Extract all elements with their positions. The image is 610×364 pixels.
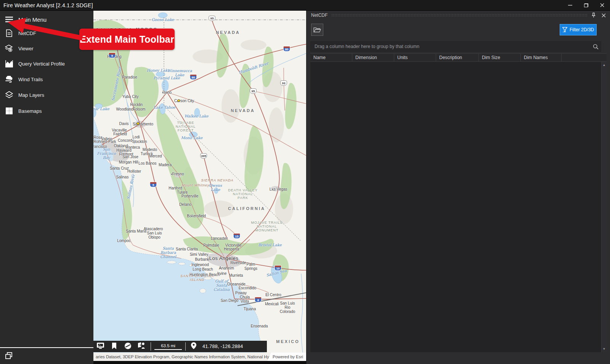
map-label: Mount Whitney <box>181 184 209 188</box>
map-label: Escondido <box>239 286 257 290</box>
table-header-row: Name Dimension Units Description Dim Siz… <box>310 53 607 62</box>
map-label: Hanford <box>169 186 182 190</box>
map-label: Hollister <box>127 169 141 173</box>
basemap-grid-icon <box>5 106 14 115</box>
map-label: Mono Lake <box>181 136 202 140</box>
restore-button[interactable] <box>578 0 594 10</box>
map-label: Davis <box>119 122 128 126</box>
capital-city-dot <box>137 122 140 125</box>
sidebar-item-query-vertical-profile[interactable]: Query Vertical Profile <box>0 58 93 69</box>
column-header-description[interactable]: Description <box>436 54 479 61</box>
interstate-shield: 15 <box>233 233 241 239</box>
bookmarks-button[interactable] <box>107 341 121 352</box>
map-label: Vallejo <box>101 137 112 141</box>
map-label: Burbank <box>195 257 209 261</box>
map-label: Winnemucca Lake <box>167 69 192 77</box>
map-label: Madera <box>159 163 172 167</box>
locator-button[interactable] <box>135 341 148 352</box>
toolbar-divider <box>185 342 186 351</box>
column-header-name[interactable]: Name <box>310 54 352 61</box>
map-label: Murrieta <box>229 273 243 277</box>
area-chart-icon <box>5 59 14 68</box>
map-labels: CALIFORNIAMODOCNEVADANEVADACALIFORNIAMEX… <box>93 11 306 353</box>
map-label: Sacramento River <box>111 66 122 101</box>
sidebar-item-label: Query Vertical Profile <box>18 61 65 67</box>
cursor-coordinates: 41.788, -126.2884 <box>202 344 243 349</box>
map-label: Tulare <box>177 190 188 194</box>
layers-icon <box>5 90 14 99</box>
scale-label: 63.5 mi <box>161 343 175 348</box>
map-label: NEVADA <box>216 30 240 35</box>
map-label: Pyramid Lake <box>153 76 180 80</box>
screen-capture-button[interactable] <box>93 341 107 352</box>
interstate-shield: 80 <box>283 46 291 52</box>
map-toolbar: 63.5 mi 41.788, -126.2884 <box>93 341 267 352</box>
map-label: Folsom <box>133 107 146 111</box>
map-label: Rocklin <box>130 103 143 107</box>
cascade-windows-icon[interactable] <box>5 352 13 359</box>
open-file-button[interactable] <box>311 24 323 36</box>
city-dot <box>224 300 226 302</box>
scroll-down-arrow[interactable]: ▼ <box>603 346 606 352</box>
column-header-dimension[interactable]: Dimension <box>352 54 394 61</box>
map-label: Bakersfield <box>187 214 205 218</box>
minimize-button[interactable] <box>562 0 578 10</box>
map-label: SIERRA NEVADA <box>201 179 233 183</box>
interstate-shield: 8 <box>255 297 262 303</box>
map-label: CALIFORNIA <box>228 206 265 211</box>
map-label: San Jose <box>122 155 138 159</box>
us-highway-shield: 95 <box>250 88 257 94</box>
scale-bar: 63.5 mi <box>153 343 183 350</box>
map-label: Salinas River <box>126 174 136 200</box>
group-by-bar[interactable]: Drag a column header here to group by th… <box>310 41 601 52</box>
map-label: Rohnert Park <box>94 140 116 144</box>
sidebar-item-basemaps[interactable]: Basemaps <box>0 105 93 117</box>
filter-2d3d-button[interactable]: Filter 2D/3D <box>560 24 597 35</box>
map-label: Redding <box>107 55 121 59</box>
interstate-shield: 10 <box>274 265 282 271</box>
map-label: TOIYABE NATIONAL FOREST <box>176 121 196 133</box>
map-canvas[interactable]: CALIFORNIAMODOCNEVADANEVADACALIFORNIAMEX… <box>93 11 306 353</box>
column-header-filler <box>562 54 607 61</box>
main-menu-label: Main Menu <box>18 16 47 23</box>
map-label: Palmdale <box>203 243 219 247</box>
sidebar-item-map-layers[interactable]: Map Layers <box>0 89 93 101</box>
pin-icon <box>591 13 596 18</box>
map-label: San Luis Obispo <box>147 231 162 239</box>
table-body-empty[interactable]: ▲ ▼ <box>310 62 607 352</box>
column-header-dim-size[interactable]: Dim Size <box>479 54 521 61</box>
map-label: Atascadero <box>144 227 163 231</box>
city-dot <box>265 303 267 305</box>
filter-button-label: Filter 2D/3D <box>570 27 594 32</box>
map-label: Francisco <box>93 144 107 149</box>
close-button[interactable] <box>594 0 610 10</box>
panel-header[interactable]: NetCDF <box>307 11 610 20</box>
sidebar-item-wind-trails[interactable]: Wind Trails <box>0 74 93 85</box>
column-header-units[interactable]: Units <box>394 54 436 61</box>
interstate-shield: 5 <box>150 182 157 188</box>
map-label: San Luis Rio Colorado <box>280 301 295 314</box>
map-label: Poway <box>235 291 247 295</box>
map-container: CALIFORNIAMODOCNEVADANEVADACALIFORNIAMEX… <box>93 11 306 364</box>
map-label: Chula Vista <box>240 295 250 303</box>
map-label: Santa Cruz <box>110 166 129 170</box>
map-label: SANTA CATALINA ISLAND <box>180 274 214 282</box>
compass-button[interactable] <box>121 341 135 352</box>
map-label: Vacaville <box>112 128 127 132</box>
location-button[interactable] <box>188 341 199 352</box>
person-map-icon <box>138 342 145 351</box>
search-button[interactable] <box>590 44 601 50</box>
panel-drag-texture <box>331 14 588 17</box>
pin-panel-button[interactable] <box>590 11 597 19</box>
map-label: Merced <box>149 154 162 158</box>
scale-line <box>154 349 182 350</box>
close-panel-button[interactable] <box>600 11 607 19</box>
compass-globe-icon <box>124 342 132 351</box>
scroll-up-arrow[interactable]: ▲ <box>603 62 606 68</box>
map-label: Concord <box>118 138 132 143</box>
column-header-dim-names[interactable]: Dim Names <box>521 54 562 61</box>
app-window: Fire Weather Analyst [2.4.1.2 SDGE] Main… <box>0 0 610 364</box>
main-menu-button[interactable]: Main Menu <box>0 14 93 25</box>
vertical-scrollbar[interactable]: ▲ ▼ <box>601 62 607 352</box>
map-label: MOJAVE TRAILS NATIONAL MONUMENT <box>251 221 283 233</box>
